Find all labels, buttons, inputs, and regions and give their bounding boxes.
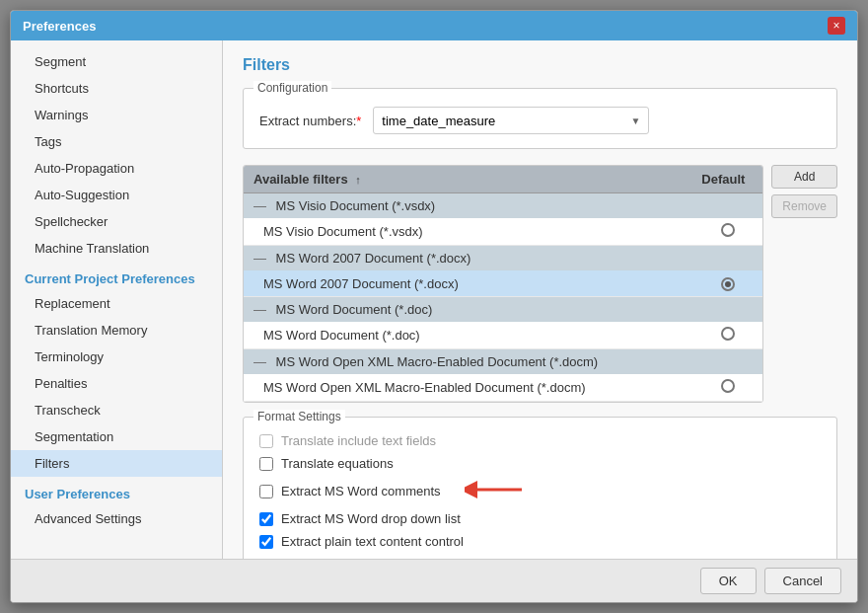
sidebar-item-tags[interactable]: Tags	[11, 128, 222, 155]
add-button[interactable]: Add	[771, 165, 837, 189]
close-button[interactable]: ×	[828, 17, 845, 35]
sidebar-item-transcheck[interactable]: Transcheck	[11, 397, 222, 423]
group-label: — MS Word Open XML Macro-Enabled Documen…	[244, 349, 762, 375]
dash-icon: —	[253, 302, 266, 317]
section-title: Filters	[243, 56, 837, 74]
filter-name: MS Word 2007 Document (*.docx)	[244, 270, 684, 297]
dash-icon: —	[253, 354, 266, 369]
arrow-indicator	[465, 479, 524, 503]
checkbox-row-translate-equations: Translate equations	[259, 452, 821, 475]
chevron-down-icon: ▼	[630, 115, 640, 126]
checkbox-label: Translate equations	[281, 456, 394, 471]
main-content: Filters Configuration Extract numbers:* …	[223, 40, 857, 559]
radio-col[interactable]	[684, 374, 762, 402]
configuration-box: Configuration Extract numbers:* time_dat…	[243, 88, 837, 149]
checkbox-extract-comments[interactable]	[259, 485, 273, 498]
radio-col[interactable]	[684, 322, 762, 349]
checkbox-translate-text-fields[interactable]	[259, 434, 273, 448]
sidebar-item-penalties[interactable]: Penalties	[11, 370, 222, 397]
cancel-button[interactable]: Cancel	[764, 568, 841, 594]
extract-dropdown[interactable]: time_date_measure ▼	[373, 107, 649, 134]
filters-table-section: Available filters ↑ Default — MS Visio D…	[243, 165, 837, 403]
sort-up-icon: ↑	[355, 174, 361, 186]
dropdown-value: time_date_measure	[382, 114, 495, 128]
checkbox-label: Extract plain text content control	[281, 534, 464, 549]
sidebar-item-segment[interactable]: Segment	[11, 48, 222, 75]
table-row[interactable]: MS Word Open XML Macro-Enabled Document …	[244, 374, 762, 402]
table-header-row: Available filters ↑ Default	[244, 166, 762, 193]
sidebar-item-translation-memory[interactable]: Translation Memory	[11, 317, 222, 344]
user-preferences-section-title: User Preferences	[11, 477, 222, 505]
config-legend: Configuration	[253, 81, 331, 95]
title-bar: Preferences ×	[11, 11, 857, 40]
checkbox-translate-equations[interactable]	[259, 457, 273, 471]
sidebar-item-replacement[interactable]: Replacement	[11, 290, 222, 317]
sidebar-item-advanced-settings[interactable]: Advanced Settings	[11, 505, 222, 532]
radio-col[interactable]	[684, 218, 762, 246]
sidebar-item-spellchecker[interactable]: Spellchecker	[11, 208, 222, 235]
dialog-body: Segment Shortcuts Warnings Tags Auto-Pro…	[11, 40, 857, 559]
table-action-buttons: Add Remove	[771, 165, 837, 403]
dash-icon: —	[253, 198, 266, 213]
checkbox-row-extract-dropdown: Extract MS Word drop down list	[259, 507, 821, 530]
format-settings-box: Format Settings Translate include text f…	[243, 417, 837, 559]
dialog-title: Preferences	[23, 19, 96, 34]
ok-button[interactable]: OK	[700, 568, 757, 594]
filter-name: MS Word Open XML Macro-Enabled Document …	[244, 374, 684, 402]
red-arrow-icon	[465, 479, 524, 500]
radio-button[interactable]	[721, 223, 735, 237]
preferences-dialog: Preferences × Segment Shortcuts Warnings…	[10, 10, 858, 603]
required-marker: *	[356, 114, 361, 128]
sidebar-item-terminology[interactable]: Terminology	[11, 344, 222, 370]
filter-name: MS Visio Document (*.vsdx)	[244, 218, 684, 246]
sidebar-item-shortcuts[interactable]: Shortcuts	[11, 75, 222, 102]
filter-name: MS Word Document (*.doc)	[244, 322, 684, 349]
table-row[interactable]: MS Word Document (*.doc)	[244, 322, 762, 349]
format-settings-legend: Format Settings	[253, 410, 345, 423]
group-label: — MS Word Document (*.doc)	[244, 297, 762, 323]
radio-col[interactable]	[684, 270, 762, 297]
sidebar-item-machine-translation[interactable]: Machine Translation	[11, 235, 222, 262]
radio-button[interactable]	[721, 379, 735, 393]
sidebar-item-auto-suggestion[interactable]: Auto-Suggestion	[11, 182, 222, 208]
checkbox-row-extract-comments: Extract MS Word comments	[259, 475, 821, 507]
sidebar-item-filters[interactable]: Filters	[11, 450, 222, 477]
group-label: — MS Word 2007 Document (*.docx)	[244, 246, 762, 271]
checkbox-label: Extract MS Word comments	[281, 484, 441, 498]
extract-label: Extract numbers:*	[259, 114, 361, 128]
radio-button[interactable]	[721, 327, 735, 341]
config-row: Extract numbers:* time_date_measure ▼	[259, 107, 821, 134]
group-label: — MS Visio Document (*.vsdx)	[244, 193, 762, 219]
project-preferences-section-title: Current Project Preferences	[11, 262, 222, 290]
checkbox-extract-dropdown[interactable]	[259, 512, 273, 526]
filters-table-wrapper: Available filters ↑ Default — MS Visio D…	[243, 165, 763, 403]
table-row: — MS Visio Document (*.vsdx)	[244, 193, 762, 219]
table-row[interactable]: MS Visio Document (*.vsdx)	[244, 218, 762, 246]
remove-button[interactable]: Remove	[771, 194, 837, 218]
sidebar: Segment Shortcuts Warnings Tags Auto-Pro…	[11, 40, 223, 559]
dialog-footer: OK Cancel	[11, 559, 857, 602]
checkbox-label: Extract MS Word drop down list	[281, 511, 461, 526]
sidebar-item-auto-propagation[interactable]: Auto-Propagation	[11, 155, 222, 182]
table-row: — MS Word 2007 Document (*.docx)	[244, 246, 762, 271]
checkbox-extract-plain-text[interactable]	[259, 535, 273, 549]
sidebar-item-segmentation[interactable]: Segmentation	[11, 423, 222, 450]
filters-table: Available filters ↑ Default — MS Visio D…	[244, 166, 762, 402]
col-default: Default	[684, 166, 762, 193]
dash-icon: —	[253, 251, 266, 266]
col-available-filters: Available filters ↑	[244, 166, 684, 193]
table-row: — MS Word Document (*.doc)	[244, 297, 762, 323]
table-row: — MS Word Open XML Macro-Enabled Documen…	[244, 349, 762, 375]
sidebar-item-warnings[interactable]: Warnings	[11, 102, 222, 128]
table-row[interactable]: MS Word 2007 Document (*.docx)	[244, 270, 762, 297]
checkbox-row-extract-plain-text: Extract plain text content control	[259, 530, 821, 553]
checkbox-row-translate-text-fields: Translate include text fields	[259, 429, 821, 452]
radio-button[interactable]	[721, 277, 735, 291]
checkbox-label: Translate include text fields	[281, 433, 436, 448]
